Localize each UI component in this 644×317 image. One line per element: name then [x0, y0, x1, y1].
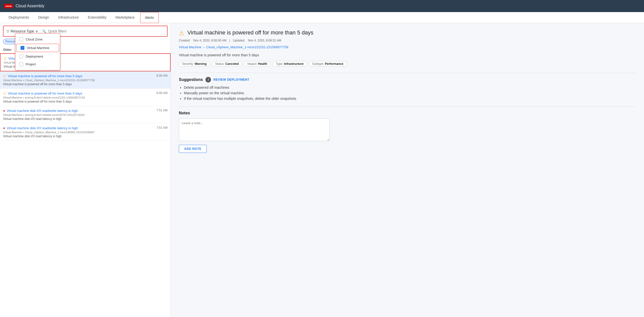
- suggestion-item-2: Manually power on the virtual machine.: [184, 91, 636, 95]
- alert-subtitle-4: Virtual Machine » pricing-ft-don't-delet…: [3, 113, 168, 116]
- tag-subtype-key: Subtype: [312, 62, 323, 66]
- breadcrumb-resource-link[interactable]: Cloud_vSphere_Machine_1-mcm151531-151568…: [206, 45, 288, 49]
- divider-1: [179, 73, 636, 73]
- vmw-logo-text: vmw: [4, 4, 13, 8]
- warning-icon-1: ⚠: [4, 56, 7, 60]
- suggestion-item-1: Delete powered off machines: [184, 85, 636, 89]
- tag-severity: Severity: Warning: [179, 61, 210, 67]
- alert-title-5: Virtual machine disk I/O read/write late…: [7, 126, 78, 130]
- alert-item-4[interactable]: ● Virtual machine disk I/O read/write la…: [0, 106, 171, 123]
- main-content: ▽ Resource Type ∨ 🔍 Cloud Zone Virtual M…: [0, 23, 644, 317]
- alert-list: ⚠ Virtual machine i Virtual Machine » 15…: [0, 53, 171, 317]
- updated-value: Nov 4, 2020, 8:08:31 AM: [248, 39, 281, 42]
- alert-subtitle-5: Virtual Machine » Cloud_vSphere_Machine_…: [3, 131, 168, 134]
- topbar: vmw Cloud Assembly: [0, 0, 644, 12]
- dropdown-item-deployment[interactable]: Deployment: [15, 53, 60, 60]
- alert-item-5[interactable]: ● Virtual machine disk I/O read/write la…: [0, 123, 171, 141]
- filter-divider: [40, 29, 40, 34]
- alert-time-2: 8:06 AM: [156, 74, 168, 77]
- alert-title-3: Virtual machine is powered off for more …: [8, 92, 82, 95]
- tag-severity-val: Warning: [195, 62, 207, 66]
- resource-type-label: Resource Type: [11, 29, 34, 33]
- dropdown-label-project: Project: [26, 62, 36, 66]
- tag-severity-key: Severity: [182, 62, 193, 66]
- error-icon-4: ●: [3, 109, 5, 113]
- alert-desc-5: Virtual machine disk I/O read latency is…: [3, 134, 168, 138]
- detail-description: Virtual machine is powered off for more …: [179, 53, 636, 57]
- tab-infrastructure[interactable]: Infrastructure: [53, 12, 83, 23]
- tag-status: Status: Canceled: [212, 61, 242, 67]
- tag-impact: Impact: Health: [244, 61, 271, 67]
- tag-type: Type: Infrastructure: [273, 61, 307, 67]
- tab-deployments[interactable]: Deployments: [4, 12, 34, 23]
- detail-title: Virtual machine is powered off for more …: [187, 29, 313, 36]
- tag-subtype-val: Performance: [325, 62, 343, 66]
- checkbox-cloud-zone[interactable]: [19, 37, 23, 41]
- dropdown-label-virtual-machine: Virtual Machine: [27, 46, 49, 50]
- tag-impact-val: Health: [258, 62, 267, 66]
- add-note-button[interactable]: ADD NOTE: [179, 145, 207, 153]
- suggestions-list: Delete powered off machines Manually pow…: [179, 85, 636, 101]
- breadcrumb-separator: »: [203, 45, 204, 49]
- checkbox-deployment[interactable]: [19, 55, 23, 58]
- right-panel: ⚠ Virtual machine is powered off for mor…: [171, 23, 644, 317]
- tag-impact-key: Impact: [247, 62, 256, 66]
- app-logo: vmw Cloud Assembly: [4, 4, 44, 8]
- chevron-down-icon: ∨: [35, 29, 38, 33]
- created-label: Created:: [179, 39, 190, 42]
- created-value: Nov 4, 2020, 8:06:00 AM: [193, 39, 226, 42]
- suggestions-title: Suggestions: [179, 77, 203, 82]
- app-title: Cloud Assembly: [16, 4, 44, 8]
- detail-meta: Created: Nov 4, 2020, 8:06:00 AM | Updat…: [179, 39, 636, 42]
- tag-type-key: Type: [276, 62, 282, 66]
- checkbox-virtual-machine[interactable]: [21, 46, 24, 50]
- alert-title-2: Virtual machine is powered off for more …: [8, 74, 82, 78]
- tag-type-val: Infrastructure: [284, 62, 304, 66]
- nav-tabs: Deployments Design Infrastructure Extens…: [0, 12, 644, 23]
- breadcrumb-type-link[interactable]: Virtual Machine: [179, 45, 201, 49]
- meta-separator: |: [229, 39, 231, 42]
- alert-desc-2: Virtual machine is powered off for more …: [3, 82, 168, 86]
- filter-icon: ▽: [7, 29, 9, 33]
- dropdown-item-virtual-machine[interactable]: Virtual Machine: [16, 44, 59, 52]
- notes-textarea[interactable]: [179, 118, 330, 141]
- dropdown-label-cloud-zone: Cloud Zone: [26, 37, 42, 41]
- left-panel: ▽ Resource Type ∨ 🔍 Cloud Zone Virtual M…: [0, 23, 171, 317]
- checkbox-project[interactable]: [19, 62, 23, 66]
- detail-breadcrumb: Virtual Machine » Cloud_vSphere_Machine_…: [179, 45, 636, 49]
- tab-alerts[interactable]: Alerts: [140, 12, 159, 23]
- alert-subtitle-3: Virtual Machine » pricing-ft-don't-delet…: [3, 96, 168, 99]
- quick-filter-input[interactable]: [48, 29, 164, 33]
- review-deployment-button[interactable]: REVIEW DEPLOYMENT: [213, 78, 249, 81]
- warning-icon-3: ⚠: [3, 91, 6, 95]
- dropdown-item-project[interactable]: Project: [15, 60, 60, 68]
- divider-2: [179, 107, 636, 107]
- tag-status-key: Status: [215, 62, 224, 66]
- tab-extensibility[interactable]: Extensibility: [83, 12, 111, 23]
- tab-design[interactable]: Design: [34, 12, 54, 23]
- alert-subtitle-2: Virtual Machine » Cloud_vSphere_Machine_…: [3, 79, 168, 82]
- suggestions-header: Suggestions 3 REVIEW DEPLOYMENT: [179, 77, 636, 82]
- alert-desc-4: Virtual machine disk I/O read latency is…: [3, 117, 168, 121]
- error-icon-5: ●: [3, 126, 5, 130]
- alert-item-3[interactable]: ⚠ Virtual machine is powered off for mor…: [0, 89, 171, 106]
- alert-time-5: 7:51 AM: [156, 126, 168, 129]
- tag-status-val: Canceled: [225, 62, 239, 66]
- dropdown-label-deployment: Deployment: [26, 55, 43, 58]
- tags-row: Severity: Warning Status: Canceled Impac…: [179, 61, 636, 67]
- notes-title: Notes: [179, 111, 636, 115]
- alert-time-3: 8:06 AM: [156, 91, 168, 95]
- suggestions-count-badge: 3: [205, 77, 211, 82]
- alert-item-2[interactable]: ⚠ Virtual machine is powered off for mor…: [0, 71, 171, 89]
- resource-type-dropdown: Cloud Zone Virtual Machine Deployment Pr…: [15, 33, 60, 70]
- tab-marketplace[interactable]: Marketplace: [111, 12, 139, 23]
- alert-time-4: 7:51 AM: [156, 109, 168, 112]
- updated-label: Updated:: [233, 39, 245, 42]
- alert-desc-3: Virtual machine is powered off for more …: [3, 100, 168, 103]
- detail-warning-icon: ⚠: [179, 30, 184, 37]
- suggestion-item-3: If the virtual machine has multiple snap…: [184, 97, 636, 101]
- dropdown-item-cloud-zone[interactable]: Cloud Zone: [15, 35, 60, 43]
- detail-header: ⚠ Virtual machine is powered off for mor…: [179, 29, 636, 37]
- tag-subtype: Subtype: Performance: [309, 61, 347, 67]
- resource-type-button[interactable]: ▽ Resource Type ∨: [7, 29, 38, 33]
